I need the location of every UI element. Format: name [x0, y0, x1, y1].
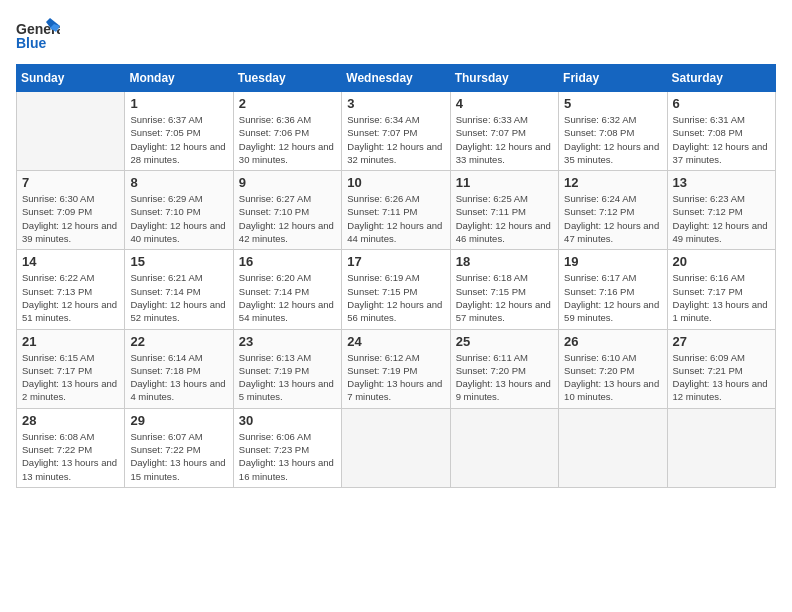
calendar-cell: 15Sunrise: 6:21 AMSunset: 7:14 PMDayligh… — [125, 250, 233, 329]
calendar-cell: 25Sunrise: 6:11 AMSunset: 7:20 PMDayligh… — [450, 329, 558, 408]
day-number: 14 — [22, 254, 119, 269]
calendar-cell: 21Sunrise: 6:15 AMSunset: 7:17 PMDayligh… — [17, 329, 125, 408]
calendar-cell: 11Sunrise: 6:25 AMSunset: 7:11 PMDayligh… — [450, 171, 558, 250]
calendar-cell: 5Sunrise: 6:32 AMSunset: 7:08 PMDaylight… — [559, 92, 667, 171]
calendar-cell: 13Sunrise: 6:23 AMSunset: 7:12 PMDayligh… — [667, 171, 775, 250]
day-number: 13 — [673, 175, 770, 190]
calendar-cell: 17Sunrise: 6:19 AMSunset: 7:15 PMDayligh… — [342, 250, 450, 329]
calendar-cell: 2Sunrise: 6:36 AMSunset: 7:06 PMDaylight… — [233, 92, 341, 171]
calendar-cell: 30Sunrise: 6:06 AMSunset: 7:23 PMDayligh… — [233, 408, 341, 487]
day-info: Sunrise: 6:36 AMSunset: 7:06 PMDaylight:… — [239, 113, 336, 166]
day-number: 19 — [564, 254, 661, 269]
calendar-cell — [17, 92, 125, 171]
day-number: 30 — [239, 413, 336, 428]
calendar-cell: 29Sunrise: 6:07 AMSunset: 7:22 PMDayligh… — [125, 408, 233, 487]
column-header-sunday: Sunday — [17, 65, 125, 92]
calendar-cell: 8Sunrise: 6:29 AMSunset: 7:10 PMDaylight… — [125, 171, 233, 250]
day-number: 20 — [673, 254, 770, 269]
day-number: 23 — [239, 334, 336, 349]
calendar-cell: 10Sunrise: 6:26 AMSunset: 7:11 PMDayligh… — [342, 171, 450, 250]
calendar-cell — [559, 408, 667, 487]
calendar-cell: 16Sunrise: 6:20 AMSunset: 7:14 PMDayligh… — [233, 250, 341, 329]
calendar-cell: 1Sunrise: 6:37 AMSunset: 7:05 PMDaylight… — [125, 92, 233, 171]
calendar-cell: 22Sunrise: 6:14 AMSunset: 7:18 PMDayligh… — [125, 329, 233, 408]
day-number: 2 — [239, 96, 336, 111]
column-header-tuesday: Tuesday — [233, 65, 341, 92]
day-info: Sunrise: 6:29 AMSunset: 7:10 PMDaylight:… — [130, 192, 227, 245]
calendar-cell: 28Sunrise: 6:08 AMSunset: 7:22 PMDayligh… — [17, 408, 125, 487]
day-info: Sunrise: 6:12 AMSunset: 7:19 PMDaylight:… — [347, 351, 444, 404]
day-number: 29 — [130, 413, 227, 428]
day-number: 1 — [130, 96, 227, 111]
calendar-cell: 3Sunrise: 6:34 AMSunset: 7:07 PMDaylight… — [342, 92, 450, 171]
day-number: 24 — [347, 334, 444, 349]
calendar-cell — [450, 408, 558, 487]
day-number: 7 — [22, 175, 119, 190]
day-info: Sunrise: 6:16 AMSunset: 7:17 PMDaylight:… — [673, 271, 770, 324]
day-info: Sunrise: 6:09 AMSunset: 7:21 PMDaylight:… — [673, 351, 770, 404]
day-number: 9 — [239, 175, 336, 190]
day-info: Sunrise: 6:14 AMSunset: 7:18 PMDaylight:… — [130, 351, 227, 404]
day-info: Sunrise: 6:08 AMSunset: 7:22 PMDaylight:… — [22, 430, 119, 483]
column-header-friday: Friday — [559, 65, 667, 92]
day-info: Sunrise: 6:13 AMSunset: 7:19 PMDaylight:… — [239, 351, 336, 404]
calendar-cell: 23Sunrise: 6:13 AMSunset: 7:19 PMDayligh… — [233, 329, 341, 408]
day-info: Sunrise: 6:22 AMSunset: 7:13 PMDaylight:… — [22, 271, 119, 324]
day-info: Sunrise: 6:11 AMSunset: 7:20 PMDaylight:… — [456, 351, 553, 404]
day-number: 28 — [22, 413, 119, 428]
day-info: Sunrise: 6:07 AMSunset: 7:22 PMDaylight:… — [130, 430, 227, 483]
day-number: 4 — [456, 96, 553, 111]
calendar-table: SundayMondayTuesdayWednesdayThursdayFrid… — [16, 64, 776, 488]
calendar-cell — [667, 408, 775, 487]
day-info: Sunrise: 6:27 AMSunset: 7:10 PMDaylight:… — [239, 192, 336, 245]
day-number: 8 — [130, 175, 227, 190]
calendar-cell: 14Sunrise: 6:22 AMSunset: 7:13 PMDayligh… — [17, 250, 125, 329]
calendar-cell: 26Sunrise: 6:10 AMSunset: 7:20 PMDayligh… — [559, 329, 667, 408]
day-info: Sunrise: 6:06 AMSunset: 7:23 PMDaylight:… — [239, 430, 336, 483]
svg-text:Blue: Blue — [16, 35, 47, 51]
calendar-cell: 24Sunrise: 6:12 AMSunset: 7:19 PMDayligh… — [342, 329, 450, 408]
day-number: 6 — [673, 96, 770, 111]
day-number: 25 — [456, 334, 553, 349]
day-info: Sunrise: 6:25 AMSunset: 7:11 PMDaylight:… — [456, 192, 553, 245]
calendar-cell: 9Sunrise: 6:27 AMSunset: 7:10 PMDaylight… — [233, 171, 341, 250]
calendar-cell: 7Sunrise: 6:30 AMSunset: 7:09 PMDaylight… — [17, 171, 125, 250]
day-number: 12 — [564, 175, 661, 190]
column-header-thursday: Thursday — [450, 65, 558, 92]
day-info: Sunrise: 6:21 AMSunset: 7:14 PMDaylight:… — [130, 271, 227, 324]
calendar-cell: 19Sunrise: 6:17 AMSunset: 7:16 PMDayligh… — [559, 250, 667, 329]
day-info: Sunrise: 6:10 AMSunset: 7:20 PMDaylight:… — [564, 351, 661, 404]
calendar-cell — [342, 408, 450, 487]
column-header-wednesday: Wednesday — [342, 65, 450, 92]
day-info: Sunrise: 6:26 AMSunset: 7:11 PMDaylight:… — [347, 192, 444, 245]
day-number: 15 — [130, 254, 227, 269]
day-info: Sunrise: 6:33 AMSunset: 7:07 PMDaylight:… — [456, 113, 553, 166]
column-header-saturday: Saturday — [667, 65, 775, 92]
page-header: General Blue — [16, 16, 776, 56]
day-number: 11 — [456, 175, 553, 190]
day-number: 21 — [22, 334, 119, 349]
calendar-cell: 20Sunrise: 6:16 AMSunset: 7:17 PMDayligh… — [667, 250, 775, 329]
day-info: Sunrise: 6:24 AMSunset: 7:12 PMDaylight:… — [564, 192, 661, 245]
calendar-cell: 4Sunrise: 6:33 AMSunset: 7:07 PMDaylight… — [450, 92, 558, 171]
day-info: Sunrise: 6:20 AMSunset: 7:14 PMDaylight:… — [239, 271, 336, 324]
day-number: 18 — [456, 254, 553, 269]
day-number: 3 — [347, 96, 444, 111]
logo: General Blue — [16, 16, 64, 56]
day-number: 27 — [673, 334, 770, 349]
day-info: Sunrise: 6:17 AMSunset: 7:16 PMDaylight:… — [564, 271, 661, 324]
day-info: Sunrise: 6:30 AMSunset: 7:09 PMDaylight:… — [22, 192, 119, 245]
day-info: Sunrise: 6:34 AMSunset: 7:07 PMDaylight:… — [347, 113, 444, 166]
day-info: Sunrise: 6:15 AMSunset: 7:17 PMDaylight:… — [22, 351, 119, 404]
day-number: 5 — [564, 96, 661, 111]
day-info: Sunrise: 6:18 AMSunset: 7:15 PMDaylight:… — [456, 271, 553, 324]
day-number: 26 — [564, 334, 661, 349]
day-info: Sunrise: 6:23 AMSunset: 7:12 PMDaylight:… — [673, 192, 770, 245]
column-header-monday: Monday — [125, 65, 233, 92]
day-number: 22 — [130, 334, 227, 349]
day-number: 10 — [347, 175, 444, 190]
calendar-cell: 6Sunrise: 6:31 AMSunset: 7:08 PMDaylight… — [667, 92, 775, 171]
calendar-cell: 18Sunrise: 6:18 AMSunset: 7:15 PMDayligh… — [450, 250, 558, 329]
day-info: Sunrise: 6:31 AMSunset: 7:08 PMDaylight:… — [673, 113, 770, 166]
day-number: 17 — [347, 254, 444, 269]
